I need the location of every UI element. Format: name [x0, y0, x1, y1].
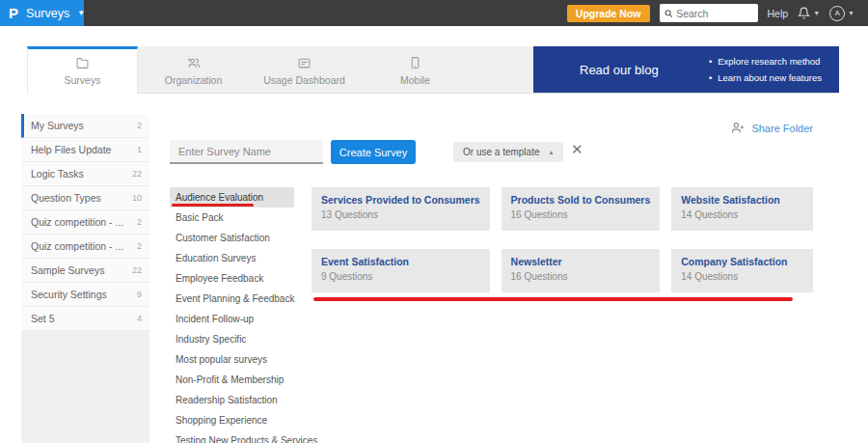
template-card-question-count: 14 Questions — [681, 271, 803, 282]
sidebar-folder-item[interactable]: My Surveys 2 — [21, 114, 149, 138]
template-card[interactable]: Newsletter 16 Questions — [502, 249, 661, 292]
product-switcher[interactable]: P Surveys ▼ — [0, 0, 84, 26]
template-card-question-count: 13 Questions — [321, 209, 480, 220]
category-label: Customer Satisfaction — [176, 233, 270, 243]
template-category-item[interactable]: Shopping Experience — [170, 410, 294, 430]
tab-label: Usage Dashboard — [263, 74, 345, 86]
template-card-question-count: 16 Questions — [511, 209, 651, 220]
sidebar-folder-item[interactable]: Help Files Update 1 — [21, 138, 149, 162]
template-card-title: Products Sold to Consumers — [511, 194, 651, 206]
survey-name-input[interactable] — [170, 140, 323, 164]
template-category-item[interactable]: Most popular surveys — [170, 349, 294, 370]
create-survey-button[interactable]: Create Survey — [331, 140, 416, 164]
header-right-group: Upgrade Now Help ▼ A ▼ — [567, 4, 868, 22]
avatar: A — [829, 6, 845, 21]
template-card-question-count: 14 Questions — [681, 209, 803, 220]
search-icon — [665, 9, 673, 18]
sidebar-folder-item[interactable]: Sample Surveys 22 — [21, 259, 149, 283]
account-menu[interactable]: A ▼ — [829, 6, 854, 21]
folder-label: Help Files Update — [31, 144, 111, 155]
category-label: Non-Profit & Membership — [176, 374, 284, 385]
template-card-question-count: 16 Questions — [511, 271, 651, 282]
template-category-item[interactable]: Education Surveys — [170, 248, 294, 268]
share-folder-label: Share Folder — [751, 123, 813, 134]
template-category-item[interactable]: Customer Satisfaction — [170, 228, 294, 248]
folder-label: Sample Surveys — [31, 264, 104, 276]
close-icon[interactable]: ✕ — [571, 142, 583, 156]
folder-count-badge: 9 — [137, 290, 142, 299]
template-card-title: Services Provided to Consumers — [321, 194, 480, 206]
folders-sidebar: My Surveys 2 Help Files Update 1 Logic T… — [21, 114, 149, 443]
category-label: Basic Pack — [176, 212, 223, 223]
folder-label: Set 5 — [31, 313, 55, 324]
search-input[interactable] — [676, 8, 752, 19]
sidebar-folder-item[interactable]: Question Types 10 — [21, 186, 149, 210]
tab-usage-dashboard[interactable]: Usage Dashboard — [249, 46, 360, 93]
category-label: Testing New Products & Services — [176, 435, 317, 443]
folder-label: My Surveys — [31, 120, 84, 131]
blog-bullet: Explore research method — [709, 53, 822, 69]
template-card[interactable]: Website Satisfaction 14 Questions — [671, 187, 813, 231]
sidebar-folder-item[interactable]: Set 5 4 — [21, 307, 149, 331]
red-underline-annotation — [313, 297, 793, 301]
template-category-item[interactable]: Basic Pack — [170, 208, 294, 228]
folder-count-badge: 22 — [132, 169, 142, 179]
sidebar-folder-item[interactable]: Logic Tasks 22 — [21, 162, 149, 186]
template-card-title: Company Satisfaction — [681, 256, 803, 267]
blog-banner[interactable]: Read our blog Explore research method Le… — [533, 46, 839, 93]
category-label: Employee Feedback — [176, 273, 263, 284]
sidebar-folder-item[interactable]: Quiz competition - ... 2 — [21, 235, 149, 259]
template-category-item[interactable]: Incident Follow-up — [170, 309, 294, 329]
blog-bullet: Learn about new features — [709, 69, 822, 86]
template-card-grid: Services Provided to Consumers 13 Questi… — [312, 187, 813, 292]
template-category-item[interactable]: Employee Feedback — [170, 268, 294, 289]
help-link[interactable]: Help — [768, 8, 789, 19]
blog-banner-title: Read our blog — [580, 63, 659, 77]
tab-organization[interactable]: Organization — [138, 46, 249, 93]
mobile-phone-icon — [409, 56, 421, 69]
upgrade-now-button[interactable]: Upgrade Now — [567, 5, 650, 22]
sidebar-folder-item[interactable]: Security Settings 9 — [21, 283, 149, 307]
folder-count-badge: 22 — [132, 265, 142, 275]
template-card-title: Newsletter — [511, 256, 651, 267]
template-card[interactable]: Event Satisfaction 9 Questions — [312, 249, 490, 292]
page: P Surveys ▼ Upgrade Now Help ▼ A ▼ Surve — [0, 0, 868, 443]
template-card[interactable]: Company Satisfaction 14 Questions — [671, 249, 813, 292]
template-card[interactable]: Products Sold to Consumers 16 Questions — [502, 187, 661, 231]
template-category-list: Audience Evaluation Basic Pack Customer … — [170, 187, 294, 443]
proprofs-logo-icon: P — [9, 6, 18, 20]
template-category-item[interactable]: Readership Satisfaction — [170, 390, 294, 410]
category-label: Audience Evaluation — [176, 192, 263, 203]
folder-label: Quiz competition - ... — [31, 240, 123, 252]
notifications-menu[interactable]: ▼ — [798, 7, 820, 19]
template-card-title: Event Satisfaction — [321, 256, 480, 267]
folder-icon — [75, 57, 90, 69]
chevron-up-icon: ▲ — [548, 150, 554, 155]
folder-count-badge: 1 — [137, 145, 142, 154]
tab-label: Mobile — [400, 74, 430, 86]
folder-label: Quiz competition - ... — [31, 216, 123, 228]
tab-label: Surveys — [65, 74, 101, 86]
template-category-item[interactable]: Industry Specific — [170, 329, 294, 349]
chevron-down-icon: ▼ — [813, 10, 820, 16]
template-category-item[interactable]: Non-Profit & Membership — [170, 370, 294, 390]
folder-count-badge: 4 — [137, 314, 142, 323]
share-folder-button[interactable]: Share Folder — [731, 122, 813, 134]
bell-icon — [798, 7, 810, 19]
tab-surveys[interactable]: Surveys — [27, 46, 138, 94]
search-box[interactable] — [660, 4, 758, 22]
folder-count-badge: 2 — [137, 241, 142, 251]
template-category-item[interactable]: Event Planning & Feedback — [170, 289, 294, 309]
template-card-title: Website Satisfaction — [681, 194, 803, 206]
template-category-item[interactable]: Testing New Products & Services — [170, 430, 294, 443]
tab-label: Organization — [165, 74, 223, 86]
use-template-label: Or use a template — [463, 147, 539, 157]
category-label: Event Planning & Feedback — [176, 293, 294, 304]
tab-mobile[interactable]: Mobile — [360, 46, 471, 93]
template-card[interactable]: Services Provided to Consumers 13 Questi… — [312, 187, 490, 231]
sidebar-folder-item[interactable]: Quiz competition - ... 2 — [21, 210, 149, 235]
add-user-icon — [731, 122, 745, 134]
product-name: Surveys — [26, 7, 69, 20]
chevron-down-icon: ▼ — [848, 10, 854, 16]
use-template-toggle[interactable]: Or use a template ▲ — [453, 142, 563, 162]
